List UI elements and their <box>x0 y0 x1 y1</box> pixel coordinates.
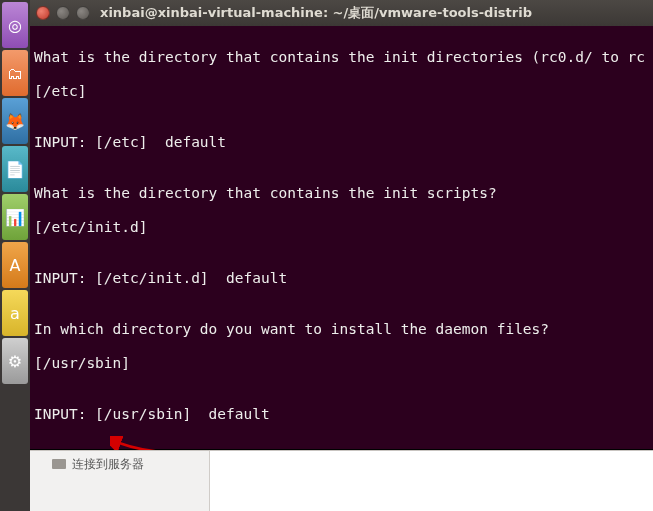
launcher-files-icon[interactable]: 🗂 <box>2 50 28 96</box>
files-sidebar: 连接到服务器 <box>30 451 210 511</box>
unity-launcher: ◎ 🗂 🦊 📄 📊 A a ⚙ <box>0 0 30 511</box>
launcher-settings-icon[interactable]: ⚙ <box>2 338 28 384</box>
terminal-line: INPUT: [/etc/init.d] default <box>34 270 649 287</box>
terminal-line: In which directory do you want to instal… <box>34 321 649 338</box>
server-icon <box>52 459 66 469</box>
sidebar-item-connect[interactable]: 连接到服务器 <box>52 455 209 473</box>
terminal-line: What is the directory that contains the … <box>34 49 649 66</box>
files-window-strip: 连接到服务器 <box>30 450 653 511</box>
window-titlebar[interactable]: xinbai@xinbai-virtual-machine: ~/桌面/vmwa… <box>30 0 653 26</box>
terminal-line: [/etc] <box>34 83 649 100</box>
minimize-icon[interactable] <box>56 6 70 20</box>
maximize-icon[interactable] <box>76 6 90 20</box>
sidebar-item-label: 连接到服务器 <box>72 456 144 473</box>
launcher-firefox-icon[interactable]: 🦊 <box>2 98 28 144</box>
terminal-body[interactable]: What is the directory that contains the … <box>30 26 653 449</box>
launcher-software-icon[interactable]: A <box>2 242 28 288</box>
terminal-line: INPUT: [/etc] default <box>34 134 649 151</box>
launcher-amazon-icon[interactable]: a <box>2 290 28 336</box>
terminal-line: [/etc/init.d] <box>34 219 649 236</box>
launcher-calc-icon[interactable]: 📊 <box>2 194 28 240</box>
launcher-dash-icon[interactable]: ◎ <box>2 2 28 48</box>
terminal-line: What is the directory that contains the … <box>34 185 649 202</box>
terminal-line: [/usr/sbin] <box>34 355 649 372</box>
close-icon[interactable] <box>36 6 50 20</box>
terminal-window: xinbai@xinbai-virtual-machine: ~/桌面/vmwa… <box>30 0 653 450</box>
terminal-line: INPUT: [/usr/sbin] default <box>34 406 649 423</box>
launcher-writer-icon[interactable]: 📄 <box>2 146 28 192</box>
window-title: xinbai@xinbai-virtual-machine: ~/桌面/vmwa… <box>100 4 532 22</box>
